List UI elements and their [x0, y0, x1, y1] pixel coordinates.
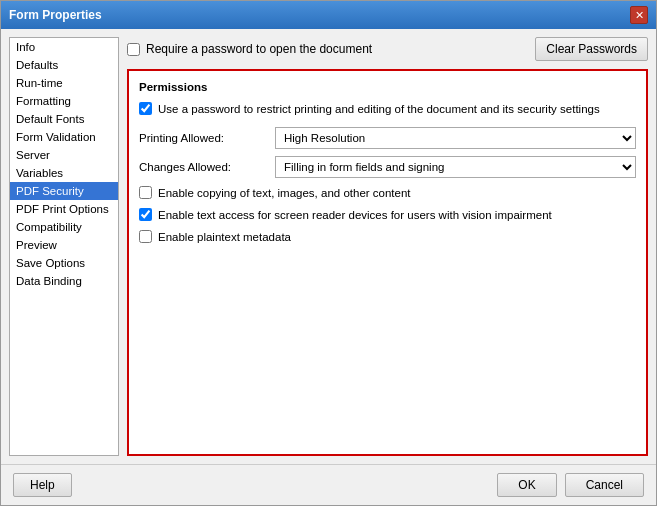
printing-allowed-select[interactable]: Not AllowedLow ResolutionHigh Resolution [275, 127, 636, 149]
form-properties-dialog: Form Properties ✕ InfoDefaultsRun-timeFo… [0, 0, 657, 506]
require-password-checkbox[interactable] [127, 43, 140, 56]
sidebar-item-pdf-security[interactable]: PDF Security [10, 182, 118, 200]
permissions-box: Permissions Use a password to restrict p… [127, 69, 648, 456]
enable-copying-checkbox[interactable] [139, 186, 152, 199]
sidebar-item-formatting[interactable]: Formatting [10, 92, 118, 110]
enable-text-access-row: Enable text access for screen reader dev… [139, 207, 636, 223]
cancel-button[interactable]: Cancel [565, 473, 644, 497]
sidebar: InfoDefaultsRun-timeFormattingDefault Fo… [9, 37, 119, 456]
sidebar-item-pdf-print-options[interactable]: PDF Print Options [10, 200, 118, 218]
ok-cancel-buttons: OK Cancel [497, 473, 644, 497]
sidebar-item-defaults[interactable]: Defaults [10, 56, 118, 74]
dialog-footer: Help OK Cancel [1, 464, 656, 505]
enable-copying-row: Enable copying of text, images, and othe… [139, 185, 636, 201]
sidebar-item-run-time[interactable]: Run-time [10, 74, 118, 92]
use-password-label: Use a password to restrict printing and … [158, 101, 600, 117]
changes-allowed-label: Changes Allowed: [139, 161, 269, 173]
use-password-row: Use a password to restrict printing and … [139, 101, 636, 117]
enable-plaintext-row: Enable plaintext metadata [139, 229, 636, 245]
require-password-row: Require a password to open the document [127, 42, 372, 56]
help-button[interactable]: Help [13, 473, 72, 497]
sidebar-item-preview[interactable]: Preview [10, 236, 118, 254]
sidebar-item-save-options[interactable]: Save Options [10, 254, 118, 272]
changes-allowed-select[interactable]: NoneInserting, deleting, and rotating pa… [275, 156, 636, 178]
require-password-label: Require a password to open the document [146, 42, 372, 56]
use-password-checkbox[interactable] [139, 102, 152, 115]
sidebar-item-compatibility[interactable]: Compatibility [10, 218, 118, 236]
sidebar-item-default-fonts[interactable]: Default Fonts [10, 110, 118, 128]
close-button[interactable]: ✕ [630, 6, 648, 24]
permissions-title: Permissions [139, 81, 636, 93]
sidebar-item-server[interactable]: Server [10, 146, 118, 164]
top-row: Require a password to open the document … [127, 37, 648, 61]
printing-allowed-label: Printing Allowed: [139, 132, 269, 144]
sidebar-item-form-validation[interactable]: Form Validation [10, 128, 118, 146]
dialog-title: Form Properties [9, 8, 102, 22]
dialog-body: InfoDefaultsRun-timeFormattingDefault Fo… [1, 29, 656, 464]
main-content: Require a password to open the document … [127, 37, 648, 456]
enable-text-access-checkbox[interactable] [139, 208, 152, 221]
enable-plaintext-checkbox[interactable] [139, 230, 152, 243]
sidebar-item-variables[interactable]: Variables [10, 164, 118, 182]
enable-plaintext-label: Enable plaintext metadata [158, 229, 291, 245]
ok-button[interactable]: OK [497, 473, 556, 497]
enable-copying-label: Enable copying of text, images, and othe… [158, 185, 411, 201]
title-bar: Form Properties ✕ [1, 1, 656, 29]
changes-allowed-row: Changes Allowed: NoneInserting, deleting… [139, 156, 636, 178]
enable-text-access-label: Enable text access for screen reader dev… [158, 207, 552, 223]
printing-allowed-row: Printing Allowed: Not AllowedLow Resolut… [139, 127, 636, 149]
sidebar-item-info[interactable]: Info [10, 38, 118, 56]
clear-passwords-button[interactable]: Clear Passwords [535, 37, 648, 61]
sidebar-item-data-binding[interactable]: Data Binding [10, 272, 118, 290]
